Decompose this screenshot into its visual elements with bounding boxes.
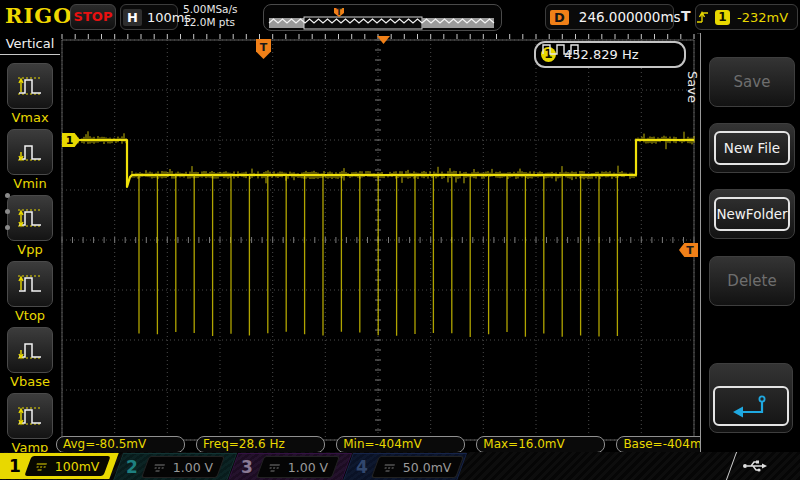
delete-button-label: Delete [716,266,788,296]
menu-item-vamp[interactable]: Vamp [0,393,60,455]
vamp-button[interactable] [7,393,53,439]
ground-coupling-icon [33,462,48,471]
trigger-label: T [681,8,691,24]
channel-1-indicator[interactable]: 1 100mV [0,453,119,479]
run-stop-status[interactable]: STOP [70,4,116,30]
trigger-source-badge: 1 [715,10,730,25]
measurement-avg[interactable]: Avg=-80.5mV [56,436,185,453]
menu-item-label: Vmin [0,176,60,191]
channel-2-scale: 1.00 V [173,460,213,475]
square-wave-icon [542,43,582,56]
menu-item-label: Vmax [0,110,60,125]
menu-item-label: Vpp [0,242,60,257]
svg-text:T: T [336,8,342,17]
vbase-button[interactable] [7,327,53,373]
new-file-button-label: New File [714,131,790,165]
status-icons [742,457,800,480]
vamp-icon [17,403,43,429]
menu-item-vbase[interactable]: Vbase [0,327,60,389]
menu-item-label: Vbase [0,374,60,389]
acquisition-info: 5.00MSa/s 12.0M pts [183,3,238,29]
channel-4-indicator[interactable]: 4 50.0mV [343,453,467,480]
vmin-icon [17,139,43,165]
measurement-freq[interactable]: Freq=28.6 Hz [196,436,325,453]
new-file-button[interactable]: New File [709,123,795,173]
measurement-max[interactable]: Max=16.0mV [476,436,605,453]
save-button-label: Save [716,67,788,97]
channel-2-indicator[interactable]: 2 1.00 V [113,453,237,480]
return-arrow-icon [713,386,789,426]
channel-1-scale: 100mV [55,459,100,474]
ground-coupling-icon [151,463,166,472]
trigger-level-value: -232mV [737,10,788,25]
top-bar: RIGOL STOP H 100ms 5.00MSa/s 12.0M pts T… [0,0,800,34]
ground-coupling-icon [381,463,396,472]
new-folder-button-label: NewFolder [714,197,790,231]
ground-coupling-icon [266,463,281,472]
sample-rate: 5.00MSa/s [183,3,238,16]
vtop-icon [17,271,43,297]
memory-depth: 12.0M pts [183,16,238,29]
vmin-button[interactable] [7,129,53,175]
left-menu: Vertical Vmax Vmin [0,33,61,452]
vbase-icon [17,337,43,363]
ch1-waveform-trace [76,140,694,187]
menu-item-label: Vtop [0,308,60,323]
channel-3-number: 3 [234,457,260,477]
channel-2-number: 2 [119,457,145,477]
vmax-button[interactable] [7,63,53,109]
graticule [60,33,697,452]
frequency-counter: 1 452.829 Hz [534,41,686,68]
measurement-min[interactable]: Min=-404mV [336,436,465,453]
menu-page-indicator [5,193,10,241]
horizontal-scale-box[interactable]: H 100ms [120,4,178,30]
usb-icon [742,457,768,475]
left-menu-title: Vertical [0,33,60,55]
waveform-overview[interactable]: T [263,4,502,31]
waveform-display: 1 T T 1 452.829 Hz [60,33,697,452]
channel-4-scale: 50.0mV [403,460,452,475]
oscilloscope-screen: RIGOL STOP H 100ms 5.00MSa/s 12.0M pts T… [0,0,800,480]
vtop-button[interactable] [7,261,53,307]
channel-1-number: 1 [0,456,28,476]
menu-item-vmax[interactable]: Vmax [0,63,60,125]
vmax-icon [17,73,43,99]
menu-item-vtop[interactable]: Vtop [0,261,60,323]
right-menu-tab: Save [685,71,700,103]
right-menu: Save Save New File NewFolder Delete [700,33,800,452]
measurement-row: Avg=-80.5mV Freq=28.6 Hz Min=-404mV Max=… [56,436,751,453]
delete-button[interactable]: Delete [709,256,795,306]
waveform-overview-strip: T [264,5,501,30]
rising-edge-icon [696,9,710,25]
horizontal-label: H [123,9,142,26]
menu-item-vmin[interactable]: Vmin [0,129,60,191]
channel-3-indicator[interactable]: 3 1.00 V [228,453,352,480]
back-button[interactable] [709,363,793,433]
new-folder-button[interactable]: NewFolder [709,189,795,239]
channel-4-number: 4 [349,457,375,477]
status-divider [726,452,737,480]
delay-value: 246.000000ms [579,9,681,25]
delay-label: D [550,10,569,25]
save-button[interactable]: Save [709,57,795,107]
delay-box[interactable]: D 246.000000ms [545,4,674,30]
vpp-button[interactable] [7,195,53,241]
vpp-icon [17,205,43,231]
ch1-waveform-spikes [139,175,617,337]
channel-status-bar: 1 100mV 2 1.00 V 3 1.0 [0,452,800,480]
trigger-box[interactable]: 1 -232mV [695,4,798,30]
channel-3-scale: 1.00 V [288,460,328,475]
